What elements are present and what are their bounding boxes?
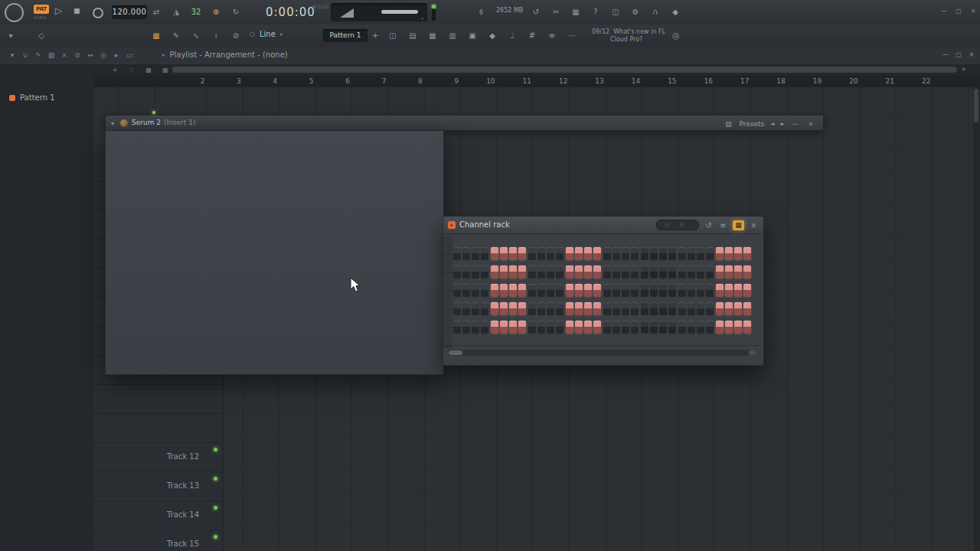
- step-cell-on[interactable]: [566, 321, 573, 334]
- step-cell-off[interactable]: [706, 266, 714, 279]
- step-cell-off[interactable]: [462, 321, 470, 334]
- step-cell-off[interactable]: [688, 284, 695, 297]
- step-cell-off[interactable]: [556, 302, 564, 315]
- news-banner[interactable]: 09/12 What's new in FL Cloud Pro?: [592, 28, 665, 44]
- fl-logo[interactable]: [5, 3, 24, 22]
- metronome-icon[interactable]: ◮: [170, 6, 182, 18]
- step-cell-on[interactable]: [593, 284, 601, 297]
- step-cell-off[interactable]: [697, 302, 704, 315]
- step-cell-off[interactable]: [688, 302, 695, 315]
- step-cell-off[interactable]: [622, 321, 629, 334]
- restore-icon[interactable]: ▢: [955, 51, 962, 60]
- step-cell-off[interactable]: [556, 247, 564, 260]
- slide-icon[interactable]: ≀: [210, 30, 222, 42]
- timeline-ruler[interactable]: 2345678910111213141516171819202122: [93, 76, 980, 88]
- slip-icon[interactable]: ↔: [86, 50, 95, 60]
- grid-large-icon[interactable]: ▦: [159, 64, 172, 76]
- step-cell-on[interactable]: [734, 302, 742, 315]
- step-cell-off[interactable]: [622, 266, 629, 279]
- touch-controller-icon[interactable]: #: [526, 30, 538, 42]
- step-cell-off[interactable]: [622, 284, 629, 297]
- typing-keyboard-icon[interactable]: ▦: [570, 6, 582, 18]
- step-cell-on[interactable]: [500, 266, 508, 279]
- plugin-icon[interactable]: [120, 119, 128, 127]
- step-cell-on[interactable]: [575, 284, 583, 297]
- step-cell-off[interactable]: [659, 321, 667, 334]
- step-cell-on[interactable]: [734, 321, 742, 334]
- step-cell-off[interactable]: [659, 266, 667, 279]
- step-cell-on[interactable]: [491, 284, 498, 297]
- step-cell-off[interactable]: [678, 302, 686, 315]
- track-led[interactable]: [214, 448, 217, 452]
- step-cell-off[interactable]: [612, 321, 620, 334]
- tools-icon[interactable]: ≡: [546, 30, 558, 42]
- step-cell-on[interactable]: [566, 247, 573, 260]
- track-header-row[interactable]: [93, 385, 223, 414]
- step-cell-on[interactable]: [725, 284, 733, 297]
- maximize-icon[interactable]: ▢: [955, 8, 962, 15]
- step-cell-on[interactable]: [491, 266, 498, 279]
- step-cell-off[interactable]: [453, 247, 461, 260]
- step-cell-off[interactable]: [481, 247, 488, 260]
- step-cell-off[interactable]: [547, 284, 554, 297]
- menu-icon[interactable]: ▾: [8, 50, 17, 60]
- step-cell-off[interactable]: [603, 302, 611, 315]
- step-cell-off[interactable]: [631, 284, 639, 297]
- step-cell-off[interactable]: [612, 284, 620, 297]
- loop-record-icon[interactable]: ↻: [230, 6, 242, 18]
- step-cell-on[interactable]: [725, 302, 733, 315]
- snap-selector[interactable]: ○ Line ▾: [250, 30, 283, 38]
- step-cell-off[interactable]: [603, 247, 611, 260]
- step-cell-off[interactable]: [547, 321, 554, 334]
- step-cell-off[interactable]: [453, 284, 461, 297]
- step-cell-off[interactable]: [547, 302, 554, 315]
- scrollbar-right-handle[interactable]: [749, 350, 756, 355]
- step-cell-off[interactable]: [537, 284, 545, 297]
- step-cell-on[interactable]: [575, 247, 583, 260]
- step-cell-off[interactable]: [537, 266, 545, 279]
- step-cell-on[interactable]: [734, 284, 742, 297]
- plugin-menu-icon[interactable]: ▤: [724, 119, 733, 129]
- precount-icon[interactable]: 32: [190, 6, 202, 18]
- step-cell-off[interactable]: [472, 247, 479, 260]
- step-cell-on[interactable]: [509, 266, 517, 279]
- piano-roll-icon[interactable]: ▤: [407, 30, 419, 42]
- step-cell-on[interactable]: [593, 321, 601, 334]
- step-cell-on[interactable]: [584, 266, 592, 279]
- browser-icon[interactable]: ▣: [466, 30, 479, 42]
- step-sequencer-button[interactable]: ▦: [733, 220, 744, 230]
- step-cell-off[interactable]: [706, 302, 714, 315]
- select-icon[interactable]: ▭: [125, 50, 134, 60]
- help-icon[interactable]: ?: [590, 6, 602, 18]
- step-cell-off[interactable]: [462, 284, 470, 297]
- cut-icon[interactable]: ✂: [550, 6, 562, 18]
- step-cell-on[interactable]: [743, 247, 751, 260]
- step-cell-off[interactable]: [481, 284, 488, 297]
- step-cell-on[interactable]: [518, 247, 526, 260]
- step-cell-on[interactable]: [500, 302, 508, 315]
- track-led[interactable]: [214, 477, 217, 481]
- step-cell-on[interactable]: [593, 302, 601, 315]
- step-cell-on[interactable]: [725, 321, 733, 334]
- step-cell-off[interactable]: [612, 266, 620, 279]
- step-cell-on[interactable]: [509, 302, 517, 315]
- step-cell-off[interactable]: [697, 284, 704, 297]
- pattern-selector[interactable]: Pattern 1: [323, 29, 368, 42]
- step-edit-icon[interactable]: ▦: [150, 30, 162, 42]
- mute-tool-icon[interactable]: ⊘: [230, 30, 242, 42]
- step-cell-on[interactable]: [734, 247, 742, 260]
- step-cell-off[interactable]: [622, 302, 629, 315]
- step-cell-off[interactable]: [528, 266, 536, 279]
- step-cell-off[interactable]: [678, 284, 686, 297]
- step-cell-off[interactable]: [668, 284, 676, 297]
- horizontal-scrollbar[interactable]: [172, 67, 957, 73]
- step-cell-off[interactable]: [556, 321, 564, 334]
- step-cell-off[interactable]: [688, 266, 695, 279]
- undo-icon[interactable]: ↺: [704, 220, 714, 230]
- step-cell-off[interactable]: [650, 266, 658, 279]
- add-icon[interactable]: +: [109, 64, 121, 76]
- channel-rack-icon[interactable]: ▦: [426, 30, 439, 42]
- step-cell-off[interactable]: [612, 247, 620, 260]
- pattern-item[interactable]: Pattern 1: [20, 93, 55, 102]
- step-cell-off[interactable]: [481, 302, 488, 315]
